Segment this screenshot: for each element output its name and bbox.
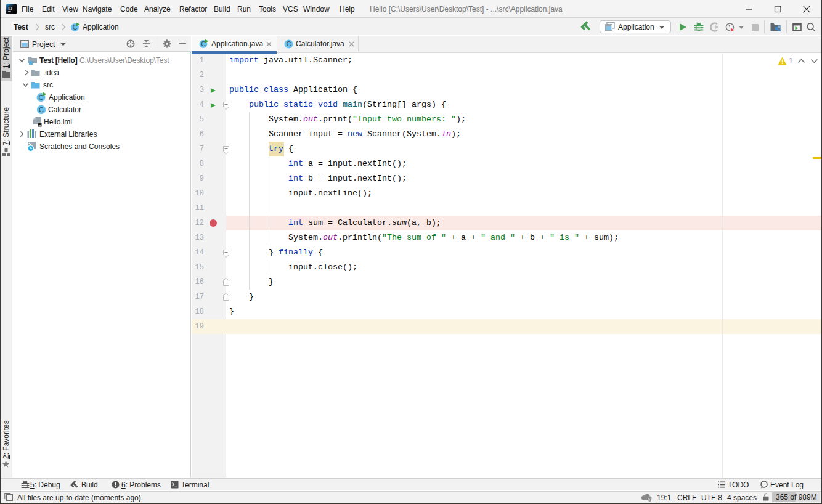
svg-text:C: C: [287, 40, 291, 47]
svg-text:IJ: IJ: [8, 6, 12, 12]
svg-text:C: C: [39, 106, 44, 113]
